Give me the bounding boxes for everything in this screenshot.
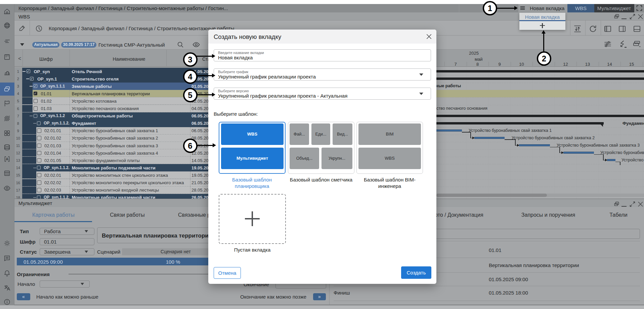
svg-text:A: A — [6, 157, 8, 161]
